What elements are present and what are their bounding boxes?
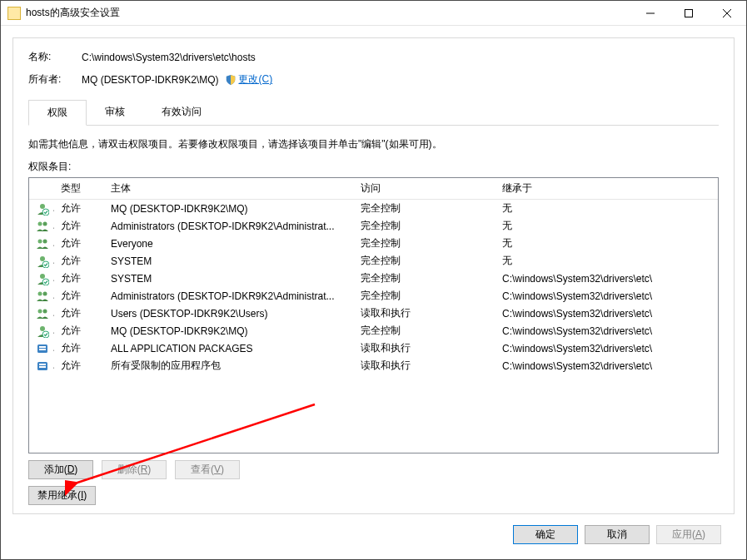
cell-inherited: C:\windows\System32\drivers\etc\ — [496, 339, 718, 357]
group-icon — [36, 220, 49, 233]
cell-access: 读取和执行 — [354, 339, 496, 357]
svg-point-10 — [40, 256, 45, 261]
cell-type: 允许 — [54, 270, 104, 287]
inherit-button-row: 禁用继承(I) — [28, 486, 719, 505]
svg-rect-24 — [39, 364, 46, 365]
owner-label: 所有者: — [28, 72, 82, 87]
table-row[interactable]: 允许所有受限制的应用程序包读取和执行C:\windows\System32\dr… — [29, 357, 718, 374]
package-icon — [36, 342, 49, 355]
table-row[interactable]: 允许MQ (DESKTOP-IDKR9K2\MQ)完全控制C:\windows\… — [29, 322, 718, 339]
cell-inherited: 无 — [496, 200, 718, 218]
cell-inherited: C:\windows\System32\drivers\etc\ — [496, 270, 718, 287]
svg-point-14 — [38, 291, 42, 295]
user-icon — [36, 325, 49, 338]
remove-button[interactable]: 删除(R) — [102, 460, 167, 479]
maximize-icon — [685, 9, 693, 17]
table-row[interactable]: 允许SYSTEM完全控制C:\windows\System32\drivers\… — [29, 270, 718, 287]
svg-point-17 — [43, 309, 47, 313]
minimize-icon — [646, 9, 655, 17]
table-row[interactable]: 允许MQ (DESKTOP-IDKR9K2\MQ)完全控制无 — [29, 200, 718, 218]
cell-principal: Everyone — [104, 235, 354, 252]
cell-principal: Administrators (DESKTOP-IDKR9K2\Administ… — [104, 287, 354, 305]
name-label: 名称: — [28, 50, 82, 64]
cell-type: 允许 — [54, 322, 104, 339]
group-icon — [36, 237, 49, 250]
table-row[interactable]: 允许Administrators (DESKTOP-IDKR9K2\Admini… — [29, 287, 718, 305]
group-icon — [36, 290, 49, 303]
cell-type: 允许 — [54, 287, 104, 305]
view-button[interactable]: 查看(V) — [175, 460, 240, 479]
svg-rect-1 — [685, 9, 693, 17]
cell-principal: SYSTEM — [104, 270, 354, 287]
name-value: C:\windows\System32\drivers\etc\hosts — [82, 52, 256, 63]
cell-access: 读取和执行 — [354, 305, 496, 322]
action-button-row: 添加(D) 删除(R) 查看(V) — [28, 460, 719, 479]
inner-panel: 名称: C:\windows\System32\drivers\etc\host… — [12, 37, 735, 514]
dialog-footer: 确定 取消 应用(A) — [12, 514, 735, 554]
cell-principal: MQ (DESKTOP-IDKR9K2\MQ) — [104, 200, 354, 218]
cell-access: 完全控制 — [354, 200, 496, 218]
window-title: hosts的高级安全设置 — [26, 6, 120, 20]
group-icon — [36, 307, 49, 320]
cell-principal: Users (DESKTOP-IDKR9K2\Users) — [104, 305, 354, 322]
owner-row: 所有者: MQ (DESKTOP-IDKR9K2\MQ) 更改(C) — [28, 72, 719, 87]
permission-table: 类型 主体 访问 继承于 允许MQ (DESKTOP-IDKR9K2\MQ)完全… — [29, 178, 718, 374]
tab-effective-access[interactable]: 有效访问 — [143, 100, 220, 125]
info-text: 如需其他信息，请双击权限项目。若要修改权限项目，请选择该项目并单击"编辑"(如果… — [28, 137, 719, 151]
permission-list[interactable]: 类型 主体 访问 继承于 允许MQ (DESKTOP-IDKR9K2\MQ)完全… — [28, 177, 719, 453]
col-inherited[interactable]: 继承于 — [496, 178, 718, 200]
name-row: 名称: C:\windows\System32\drivers\etc\host… — [28, 50, 719, 64]
cell-type: 允许 — [54, 305, 104, 322]
svg-point-18 — [40, 326, 45, 331]
user-icon — [36, 255, 49, 268]
table-row[interactable]: 允许Everyone完全控制无 — [29, 235, 718, 252]
table-row[interactable]: 允许Users (DESKTOP-IDKR9K2\Users)读取和执行C:\w… — [29, 305, 718, 322]
svg-point-16 — [38, 309, 42, 313]
advanced-security-window: hosts的高级安全设置 名称: C:\windows\System32\dri… — [0, 0, 747, 560]
cell-access: 完全控制 — [354, 235, 496, 252]
cell-principal: 所有受限制的应用程序包 — [104, 357, 354, 374]
cell-inherited: C:\windows\System32\drivers\etc\ — [496, 322, 718, 339]
table-row[interactable]: 允许ALL APPLICATION PACKAGES读取和执行C:\window… — [29, 339, 718, 357]
svg-rect-21 — [39, 346, 46, 348]
cell-access: 完全控制 — [354, 252, 496, 270]
content-area: 名称: C:\windows\System32\drivers\etc\host… — [1, 26, 746, 559]
tab-bar: 权限 审核 有效访问 — [28, 100, 719, 126]
svg-point-9 — [43, 239, 47, 243]
col-principal[interactable]: 主体 — [104, 178, 354, 200]
shield-icon — [225, 74, 237, 86]
cell-access: 完全控制 — [354, 270, 496, 287]
cell-type: 允许 — [54, 357, 104, 374]
svg-point-15 — [43, 291, 47, 295]
minimize-button[interactable] — [631, 1, 670, 26]
package-icon — [36, 359, 49, 373]
cell-type: 允许 — [54, 252, 104, 270]
cell-inherited: 无 — [496, 235, 718, 252]
close-button[interactable] — [708, 1, 746, 26]
svg-point-12 — [40, 274, 45, 279]
cancel-button[interactable]: 取消 — [585, 525, 650, 544]
table-row[interactable]: 允许SYSTEM完全控制无 — [29, 252, 718, 270]
title-bar: hosts的高级安全设置 — [1, 1, 746, 26]
cell-type: 允许 — [54, 235, 104, 252]
col-icon[interactable] — [29, 178, 54, 200]
cell-access: 完全控制 — [354, 217, 496, 235]
svg-point-7 — [43, 221, 47, 225]
cell-inherited: 无 — [496, 217, 718, 235]
maximize-button[interactable] — [670, 1, 708, 26]
svg-rect-22 — [39, 349, 46, 350]
ok-button[interactable]: 确定 — [513, 525, 578, 544]
tab-permissions[interactable]: 权限 — [28, 100, 87, 126]
svg-point-8 — [38, 239, 42, 243]
change-owner-link[interactable]: 更改(C) — [238, 72, 272, 87]
table-row[interactable]: 允许Administrators (DESKTOP-IDKR9K2\Admini… — [29, 217, 718, 235]
svg-point-6 — [38, 221, 42, 225]
add-button[interactable]: 添加(D) — [28, 460, 93, 479]
tab-audit[interactable]: 审核 — [87, 100, 143, 125]
col-access[interactable]: 访问 — [354, 178, 496, 200]
cell-access: 完全控制 — [354, 287, 496, 305]
apply-button[interactable]: 应用(A) — [656, 525, 721, 544]
col-type[interactable]: 类型 — [54, 178, 104, 200]
cell-type: 允许 — [54, 339, 104, 357]
disable-inheritance-button[interactable]: 禁用继承(I) — [28, 486, 96, 505]
